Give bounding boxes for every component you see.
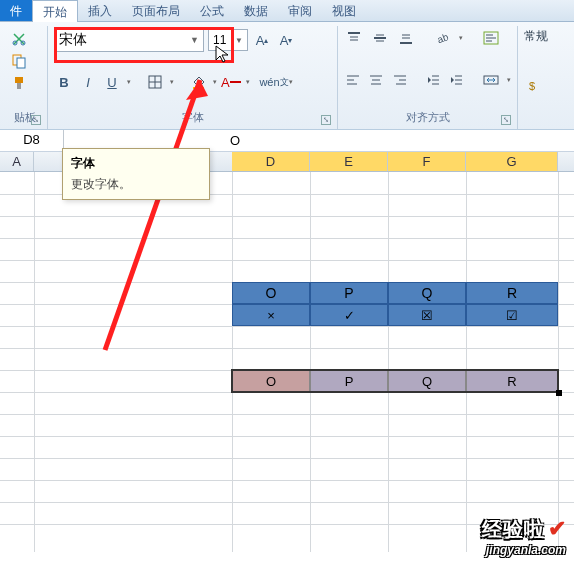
chevron-down-icon: ▼ — [235, 36, 243, 45]
column-header[interactable]: A — [0, 152, 34, 171]
svg-rect-4 — [15, 77, 23, 83]
tooltip-body: 更改字体。 — [71, 176, 201, 193]
currency-button[interactable]: $ — [524, 76, 544, 96]
table-cell[interactable]: × — [232, 304, 310, 326]
column-header[interactable]: F — [388, 152, 466, 171]
watermark-text: 经验啦 — [482, 516, 545, 543]
font-name-value: 宋体 — [59, 31, 87, 49]
bucket-icon — [191, 75, 205, 89]
clipboard-expand-icon[interactable]: ⤡ — [31, 115, 41, 125]
border-icon — [148, 75, 162, 89]
watermark: 经验啦 ✔ jingyanla.com — [482, 516, 566, 557]
table-cell[interactable]: O — [232, 282, 310, 304]
font-name-combobox[interactable]: 宋体 ▼ — [54, 28, 204, 52]
column-header[interactable]: D — [232, 152, 310, 171]
formula-value: O — [230, 133, 240, 148]
grow-font-button[interactable]: A▴ — [252, 30, 272, 50]
table-cell[interactable]: ✓ — [310, 304, 388, 326]
selected-cell[interactable]: Q — [388, 370, 466, 392]
copy-button[interactable] — [8, 50, 30, 72]
number-format-label: 常规 — [524, 28, 548, 45]
decrease-indent-button[interactable] — [424, 70, 442, 90]
selected-cell[interactable]: P — [310, 370, 388, 392]
shrink-font-button[interactable]: A▾ — [276, 30, 296, 50]
selected-cell[interactable]: R — [466, 370, 558, 392]
tooltip-title: 字体 — [71, 155, 201, 172]
svg-rect-3 — [17, 58, 25, 68]
tab-formulas[interactable]: 公式 — [190, 0, 234, 21]
tab-home[interactable]: 开始 — [32, 0, 78, 22]
svg-rect-5 — [17, 83, 21, 89]
fill-handle[interactable] — [556, 390, 562, 396]
align-right-button[interactable] — [391, 70, 409, 90]
spreadsheet-grid[interactable]: O P Q R × ✓ ☒ ☑ O P Q R — [0, 172, 574, 552]
tab-data[interactable]: 数据 — [234, 0, 278, 21]
table-cell[interactable]: P — [310, 282, 388, 304]
group-label-clipboard: 贴板 ⤡ — [8, 108, 41, 127]
borders-button[interactable] — [145, 72, 165, 92]
svg-text:ab: ab — [436, 31, 449, 45]
svg-rect-9 — [193, 87, 204, 89]
chevron-down-icon: ▼ — [190, 35, 199, 45]
phonetic-guide-button[interactable]: wén文 — [264, 72, 284, 92]
align-center-button[interactable] — [368, 70, 386, 90]
underline-button[interactable]: U — [102, 72, 122, 92]
watermark-url: jingyanla.com — [482, 543, 566, 557]
table-cell[interactable]: ☒ — [388, 304, 466, 326]
italic-button[interactable]: I — [78, 72, 98, 92]
tab-review[interactable]: 审阅 — [278, 0, 322, 21]
align-middle-button[interactable] — [370, 28, 390, 48]
copy-icon — [11, 53, 27, 69]
orientation-button[interactable]: ab — [432, 28, 452, 48]
font-size-value: 11 — [213, 33, 226, 47]
alignment-expand-icon[interactable]: ⤡ — [501, 115, 511, 125]
paintbrush-icon — [11, 75, 27, 91]
tab-page-layout[interactable]: 页面布局 — [122, 0, 190, 21]
font-color-button[interactable]: A — [221, 72, 241, 92]
align-left-button[interactable] — [344, 70, 362, 90]
font-expand-icon[interactable]: ⤡ — [321, 115, 331, 125]
name-box[interactable]: D8 — [0, 130, 64, 151]
fill-color-button[interactable] — [188, 72, 208, 92]
align-bottom-button[interactable] — [396, 28, 416, 48]
tooltip-font: 字体 更改字体。 — [62, 148, 210, 200]
bold-button[interactable]: B — [54, 72, 74, 92]
cut-button[interactable] — [8, 28, 30, 50]
merge-center-button[interactable] — [482, 70, 500, 90]
align-top-button[interactable] — [344, 28, 364, 48]
check-icon: ✔ — [548, 516, 566, 541]
font-size-combobox[interactable]: 11 ▼ — [208, 29, 248, 51]
format-painter-button[interactable] — [8, 72, 30, 94]
svg-text:$: $ — [529, 80, 535, 92]
group-label-font: 字体 ⤡ — [54, 108, 331, 127]
scissors-icon — [11, 31, 27, 47]
table-cell[interactable]: Q — [388, 282, 466, 304]
group-label-alignment: 对齐方式 ⤡ — [344, 108, 511, 127]
table-cell[interactable]: R — [466, 282, 558, 304]
table-cell[interactable]: ☑ — [466, 304, 558, 326]
selected-cell[interactable]: O — [232, 370, 310, 392]
tab-insert[interactable]: 插入 — [78, 0, 122, 21]
tab-file[interactable]: 件 — [0, 0, 32, 21]
wrap-text-button[interactable] — [481, 28, 501, 48]
increase-indent-button[interactable] — [448, 70, 466, 90]
column-header[interactable]: E — [310, 152, 388, 171]
tab-view[interactable]: 视图 — [322, 0, 366, 21]
column-header[interactable]: G — [466, 152, 558, 171]
